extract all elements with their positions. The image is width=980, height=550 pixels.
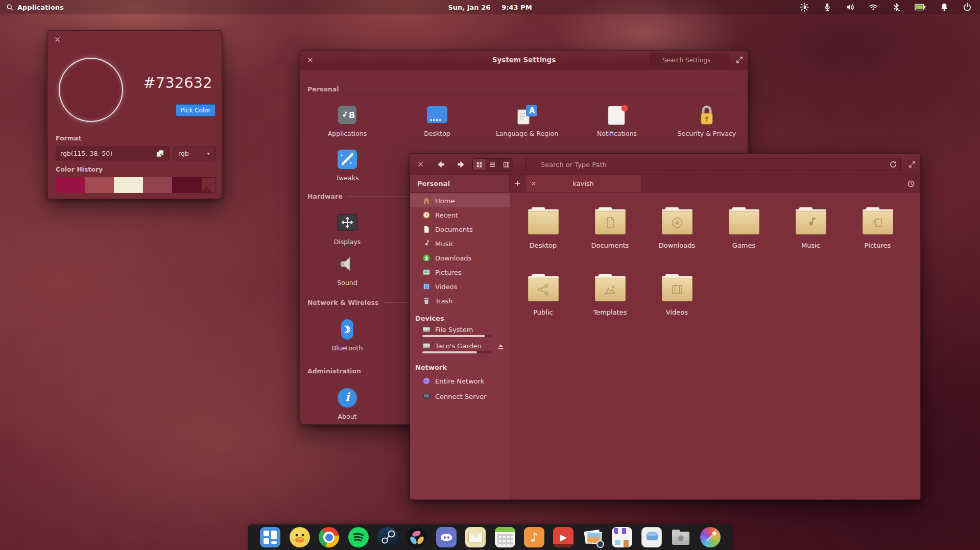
volume-icon[interactable]	[846, 3, 855, 12]
disks-icon	[647, 534, 658, 540]
settings-item-applications[interactable]: B Applications	[302, 103, 392, 137]
list-view-button[interactable]	[486, 159, 499, 170]
history-icon[interactable]	[907, 180, 915, 188]
history-swatch-empty[interactable]	[201, 177, 216, 193]
settings-item-sound[interactable]: Sound	[302, 252, 392, 286]
home-icon	[422, 197, 431, 205]
disk-usage-bar	[422, 351, 491, 353]
folder-videos[interactable]: Videos	[643, 274, 710, 327]
dock-app-photos[interactable]	[583, 527, 603, 547]
dock-app-steam[interactable]	[377, 527, 398, 547]
applications-label: Applications	[17, 4, 64, 11]
dock-app-files[interactable]	[671, 527, 691, 547]
dock-app-calendar[interactable]	[495, 527, 515, 547]
settings-item-tweaks[interactable]: Tweaks	[302, 147, 392, 182]
dock-app-spotify[interactable]	[348, 527, 369, 547]
sidebar-item-videos[interactable]: Videos	[410, 279, 510, 294]
close-icon[interactable]	[54, 36, 61, 43]
settings-item-notifications[interactable]: Notifications	[572, 103, 662, 137]
back-icon[interactable]	[437, 160, 446, 169]
close-icon[interactable]	[307, 57, 314, 63]
dock-app-appcenter[interactable]	[612, 527, 632, 547]
folder-templates[interactable]: Templates	[577, 274, 643, 327]
sidebar-item-recent[interactable]: Recent	[410, 208, 510, 222]
dock-app-disks[interactable]	[641, 527, 662, 547]
bluetooth-icon[interactable]	[892, 3, 901, 12]
folder-pictures[interactable]: Pictures	[844, 207, 911, 260]
dock-app-chrome[interactable]	[319, 527, 339, 547]
settings-item-language-region[interactable]: A Language & Region	[482, 103, 572, 137]
dock-app-mail[interactable]	[465, 527, 486, 547]
folder-icon	[528, 278, 559, 301]
path-search-input[interactable]	[525, 158, 901, 171]
sidebar-item-documents[interactable]: Documents	[410, 222, 510, 236]
history-swatch[interactable]	[143, 177, 172, 193]
eject-icon[interactable]	[497, 343, 505, 351]
sidebar-item-pictures[interactable]: Pictures	[410, 265, 510, 279]
language-region-icon: A	[515, 103, 539, 127]
history-swatch[interactable]	[114, 177, 143, 193]
folder-icon	[662, 278, 692, 301]
settings-item-bluetooth[interactable]: Bluetooth	[302, 317, 392, 352]
wifi-icon[interactable]	[869, 3, 878, 12]
sidebar-header: Personal	[410, 175, 510, 192]
settings-item-displays[interactable]: Displays	[302, 211, 392, 246]
settings-item-desktop[interactable]: Desktop	[392, 103, 482, 137]
dock-app-music[interactable]	[524, 527, 544, 547]
maximize-icon[interactable]	[909, 161, 916, 168]
maximize-icon[interactable]	[736, 56, 743, 63]
sidebar-item-music[interactable]: Music	[410, 236, 510, 251]
discord-icon	[441, 534, 452, 541]
dock-app-discord[interactable]	[436, 527, 457, 547]
folder-downloads[interactable]: Downloads	[643, 207, 710, 260]
format-selected: rgb	[178, 150, 189, 157]
battery-icon[interactable]	[915, 3, 926, 12]
pick-color-button[interactable]: Pick Color	[176, 104, 216, 116]
brightness-icon[interactable]	[800, 3, 809, 12]
new-tab-button[interactable]	[510, 175, 525, 192]
tab-kavish[interactable]: kavish	[525, 175, 641, 192]
format-value-input[interactable]	[56, 147, 169, 160]
forward-icon[interactable]	[456, 160, 465, 169]
settings-search-input[interactable]	[650, 54, 729, 66]
grid-view-button[interactable]	[473, 159, 486, 170]
panel-time: 9:43 PM	[501, 4, 532, 11]
datetime[interactable]: Sun, Jan 26 9:43 PM	[448, 4, 532, 11]
copy-icon[interactable]	[156, 149, 164, 158]
dock-app-duck[interactable]	[290, 527, 310, 547]
folder-music[interactable]: Music	[777, 207, 844, 260]
dock-app-davinci-resolve[interactable]	[407, 527, 427, 547]
applications-menu[interactable]: Applications	[0, 4, 64, 11]
folder-desktop[interactable]: Desktop	[510, 207, 577, 260]
files-toolbar	[410, 154, 920, 175]
dock-app-videos[interactable]	[553, 527, 573, 547]
folder-documents[interactable]: Documents	[577, 207, 643, 260]
close-icon[interactable]	[417, 161, 424, 168]
dock-app-workspaces[interactable]	[260, 527, 280, 547]
history-swatch[interactable]	[56, 177, 85, 193]
settings-item-about[interactable]: i About	[302, 386, 392, 420]
settings-headerbar[interactable]: System Settings	[300, 51, 748, 69]
view-switcher	[472, 158, 513, 171]
microphone-icon[interactable]	[823, 3, 832, 12]
power-icon[interactable]	[963, 3, 972, 12]
refresh-icon[interactable]	[889, 160, 897, 169]
settings-item-security-privacy[interactable]: Security & Privacy	[662, 103, 752, 137]
sidebar-item-connect-server[interactable]: Connect Server	[410, 389, 510, 404]
folder-games[interactable]: Games	[710, 207, 777, 260]
history-swatch[interactable]	[85, 177, 114, 193]
sidebar-item-trash[interactable]: Trash	[410, 294, 510, 308]
sidebar-item-tacos-garden[interactable]: Taco's Garden	[410, 341, 510, 357]
sidebar-item-file-system[interactable]: File System	[410, 324, 510, 341]
column-view-button[interactable]	[499, 159, 513, 170]
format-dropdown[interactable]: rgb	[174, 147, 216, 160]
videos-icon	[422, 282, 431, 291]
folder-public[interactable]: Public	[510, 274, 577, 327]
dock-app-color-picker[interactable]	[700, 527, 721, 547]
sidebar-item-home[interactable]: Home	[410, 194, 510, 208]
sidebar-item-downloads[interactable]: Downloads	[410, 251, 510, 265]
notifications-bell-icon[interactable]	[940, 3, 949, 12]
recent-clock-icon	[422, 211, 431, 219]
history-swatch[interactable]	[172, 177, 201, 193]
sidebar-item-entire-network[interactable]: Entire Network	[410, 373, 510, 389]
